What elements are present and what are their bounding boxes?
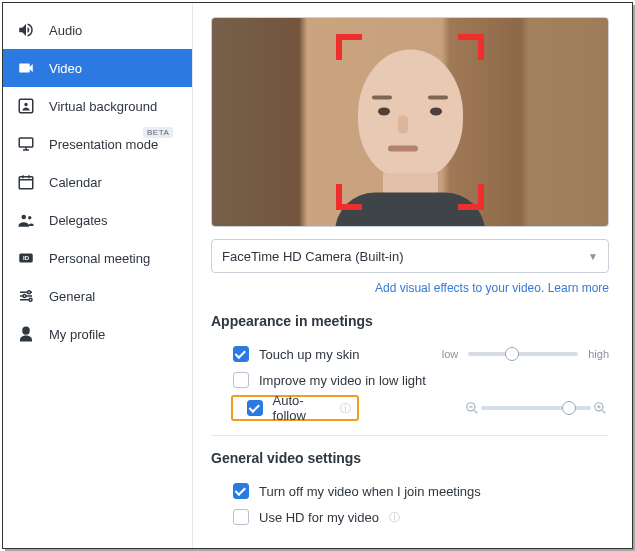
info-icon: ⓘ [389,510,400,525]
camera-select-value: FaceTime HD Camera (Built-in) [222,249,404,264]
profile-icon [17,325,35,343]
sidebar-item-label: Video [49,61,82,76]
sidebar-item-label: Personal meeting [49,251,150,266]
zoom-in-button[interactable] [591,399,609,417]
settings-content: FaceTime HD Camera (Built-in) ▼ Add visu… [193,3,632,548]
section-title-general: General video settings [211,450,614,466]
volume-icon [17,21,35,39]
auto-follow-highlight: Auto-follow ⓘ [231,395,359,421]
calendar-icon [17,173,35,191]
delegates-icon [17,211,35,229]
video-icon [17,59,35,77]
checkbox-turn-off-video[interactable] [233,483,249,499]
face-track-corner [336,34,362,60]
label-use-hd: Use HD for my video [259,510,379,525]
sidebar-item-personal-meeting[interactable]: ID Personal meeting [3,239,192,277]
sidebar-item-label: Delegates [49,213,108,228]
label-auto-follow: Auto-follow [273,393,330,423]
sidebar-item-label: General [49,289,95,304]
face-track-corner [336,184,362,210]
camera-select[interactable]: FaceTime HD Camera (Built-in) ▼ [211,239,609,273]
video-preview [211,17,609,227]
info-icon: ⓘ [340,401,351,416]
sidebar-item-label: Virtual background [49,99,157,114]
zoom-slider[interactable] [481,406,591,410]
sidebar-item-calendar[interactable]: Calendar [3,163,192,201]
svg-text:ID: ID [23,255,30,261]
divider [211,435,609,436]
section-title-appearance: Appearance in meetings [211,313,614,329]
svg-rect-3 [19,177,33,189]
sidebar-item-presentation-mode[interactable]: Presentation mode BETA [3,125,192,163]
id-icon: ID [17,249,35,267]
checkbox-use-hd[interactable] [233,509,249,525]
checkbox-low-light[interactable] [233,372,249,388]
checkbox-auto-follow[interactable] [247,400,263,416]
svg-point-10 [29,298,32,301]
beta-badge: BETA [143,127,173,138]
sidebar-item-virtual-background[interactable]: Virtual background [3,87,192,125]
svg-rect-2 [19,138,33,147]
touch-up-slider[interactable] [468,352,578,356]
label-low-light: Improve my video in low light [259,373,426,388]
settings-sidebar: Audio Video Virtual background Presentat… [3,3,193,548]
sidebar-item-audio[interactable]: Audio [3,11,192,49]
sidebar-item-general[interactable]: General [3,277,192,315]
svg-point-5 [28,216,31,219]
svg-point-8 [28,291,31,294]
svg-point-9 [23,295,26,298]
slider-high-label: high [588,348,609,360]
sidebar-item-label: Calendar [49,175,102,190]
presentation-icon [17,135,35,153]
visual-effects-link[interactable]: Add visual effects to your video. Learn … [375,281,609,295]
face-placeholder [350,49,470,214]
checkbox-touch-up[interactable] [233,346,249,362]
face-track-corner [458,34,484,60]
label-turn-off: Turn off my video when I join meetings [259,484,481,499]
svg-point-1 [24,103,27,106]
face-track-corner [458,184,484,210]
settings-icon [17,287,35,305]
svg-point-4 [22,215,27,220]
sidebar-item-label: Audio [49,23,82,38]
sidebar-item-my-profile[interactable]: My profile [3,315,192,353]
chevron-down-icon: ▼ [588,251,598,262]
virtual-bg-icon [17,97,35,115]
sidebar-item-label: My profile [49,327,105,342]
label-touch-up: Touch up my skin [259,347,359,362]
sidebar-item-label: Presentation mode [49,137,158,152]
sidebar-item-delegates[interactable]: Delegates [3,201,192,239]
sidebar-item-video[interactable]: Video [3,49,192,87]
slider-low-label: low [442,348,459,360]
zoom-out-button[interactable] [463,399,481,417]
